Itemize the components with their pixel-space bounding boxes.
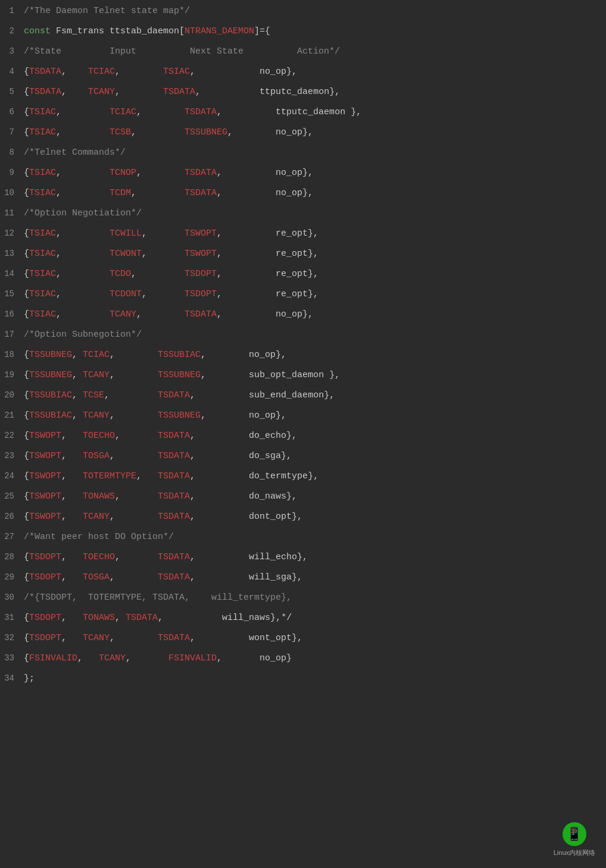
line-num-8: 8: [0, 148, 21, 157]
line-content-28: {TSDOPT, TOECHO, TSDATA, will_echo},: [21, 552, 606, 562]
code-line-20: 20 {TSSUBIAC, TCSE, TSDATA, sub_end_daem…: [0, 389, 606, 409]
line-content-24: {TSWOPT, TOTERMTYPE, TSDATA, do_termtype…: [21, 471, 606, 481]
line-content-5: {TSDATA, TCANY, TSDATA, ttputc_daemon},: [21, 87, 606, 97]
line-num-7: 7: [0, 127, 21, 137]
line-content-20: {TSSUBIAC, TCSE, TSDATA, sub_end_daemon}…: [21, 390, 606, 400]
code-line-7: 7 {TSIAC, TCSB, TSSUBNEG, no_op},: [0, 126, 606, 146]
line-num-25: 25: [0, 491, 21, 501]
code-line-30: 30 /*{TSDOPT, TOTERMTYPE, TSDATA, will_t…: [0, 591, 606, 612]
watermark-label: Linux内核网络: [554, 848, 595, 857]
line-num-14: 14: [0, 269, 21, 278]
line-num-2: 2: [0, 26, 21, 36]
line-content-17: /*Option Subnegotion*/: [21, 330, 606, 340]
line-num-31: 31: [0, 613, 21, 622]
line-num-13: 13: [0, 249, 21, 258]
code-line-24: 24 {TSWOPT, TOTERMTYPE, TSDATA, do_termt…: [0, 470, 606, 490]
line-content-3: /*State Input Next State Action*/: [21, 46, 606, 57]
line-num-19: 19: [0, 370, 21, 380]
code-line-15: 15 {TSIAC, TCDONT, TSDOPT, re_opt},: [0, 288, 606, 308]
line-num-26: 26: [0, 512, 21, 521]
code-line-9: 9 {TSIAC, TCNOP, TSDATA, no_op},: [0, 167, 606, 187]
line-num-6: 6: [0, 107, 21, 117]
line-num-3: 3: [0, 46, 21, 56]
line-content-2: const Fsm_trans ttstab_daemon[NTRANS_DAE…: [21, 26, 606, 36]
code-line-11: 11 /*Option Negotiation*/: [0, 207, 606, 227]
code-line-21: 21 {TSSUBIAC, TCANY, TSSUBNEG, no_op},: [0, 409, 606, 430]
code-container: 1 /*The Daemon Telnet state map*/ 2 cons…: [0, 0, 606, 697]
line-num-1: 1: [0, 6, 21, 15]
line-num-32: 32: [0, 633, 21, 643]
line-num-18: 18: [0, 350, 21, 359]
code-line-13: 13 {TSIAC, TCWONT, TSWOPT, re_opt},: [0, 247, 606, 268]
code-line-1: 1 /*The Daemon Telnet state map*/: [0, 5, 606, 25]
line-num-30: 30: [0, 593, 21, 602]
line-content-26: {TSWOPT, TCANY, TSDATA, dont_opt},: [21, 512, 606, 522]
code-line-12: 12 {TSIAC, TCWILL, TSWOPT, re_opt},: [0, 227, 606, 247]
line-num-11: 11: [0, 208, 21, 218]
code-line-19: 19 {TSSUBNEG, TCANY, TSSUBNEG, sub_opt_d…: [0, 369, 606, 389]
line-content-12: {TSIAC, TCWILL, TSWOPT, re_opt},: [21, 228, 606, 239]
line-content-27: /*Want peer host DO Option*/: [21, 532, 606, 542]
line-content-25: {TSWOPT, TONAWS, TSDATA, do_naws},: [21, 491, 606, 502]
line-content-21: {TSSUBIAC, TCANY, TSSUBNEG, no_op},: [21, 411, 606, 421]
line-num-5: 5: [0, 87, 21, 96]
code-line-16: 16 {TSIAC, TCANY, TSDATA, no_op},: [0, 308, 606, 328]
code-line-3: 3 /*State Input Next State Action*/: [0, 45, 606, 65]
code-line-17: 17 /*Option Subnegotion*/: [0, 328, 606, 349]
code-line-28: 28 {TSDOPT, TOECHO, TSDATA, will_echo},: [0, 551, 606, 571]
line-num-34: 34: [0, 673, 21, 683]
line-num-27: 27: [0, 532, 21, 541]
line-content-1: /*The Daemon Telnet state map*/: [21, 6, 606, 16]
watermark: 📱 Linux内核网络: [554, 822, 595, 857]
code-line-2: 2 const Fsm_trans ttstab_daemon[NTRANS_D…: [0, 25, 606, 45]
line-num-24: 24: [0, 471, 21, 481]
line-content-34: };: [21, 673, 606, 684]
code-line-25: 25 {TSWOPT, TONAWS, TSDATA, do_naws},: [0, 490, 606, 510]
line-num-23: 23: [0, 451, 21, 460]
line-num-15: 15: [0, 289, 21, 299]
line-content-33: {FSINVALID, TCANY, FSINVALID, no_op}: [21, 653, 606, 663]
code-line-33: 33 {FSINVALID, TCANY, FSINVALID, no_op}: [0, 652, 606, 672]
code-line-27: 27 /*Want peer host DO Option*/: [0, 531, 606, 551]
line-content-9: {TSIAC, TCNOP, TSDATA, no_op},: [21, 168, 606, 178]
line-content-16: {TSIAC, TCANY, TSDATA, no_op},: [21, 309, 606, 319]
line-num-28: 28: [0, 552, 21, 562]
line-content-31: {TSDOPT, TONAWS, TSDATA, will_naws},*/: [21, 613, 606, 623]
line-num-9: 9: [0, 168, 21, 177]
line-content-32: {TSDOPT, TCANY, TSDATA, wont_opt},: [21, 633, 606, 643]
line-content-8: /*Telnet Commands*/: [21, 148, 606, 158]
line-num-12: 12: [0, 228, 21, 238]
line-num-29: 29: [0, 572, 21, 582]
line-num-10: 10: [0, 188, 21, 198]
code-line-29: 29 {TSDOPT, TOSGA, TSDATA, will_sga},: [0, 571, 606, 591]
code-line-10: 10 {TSIAC, TCDM, TSDATA, no_op},: [0, 187, 606, 207]
code-line-32: 32 {TSDOPT, TCANY, TSDATA, wont_opt},: [0, 632, 606, 652]
line-num-17: 17: [0, 330, 21, 339]
line-num-21: 21: [0, 411, 21, 420]
line-content-4: {TSDATA, TCIAC, TSIAC, no_op},: [21, 67, 606, 77]
code-line-8: 8 /*Telnet Commands*/: [0, 146, 606, 167]
code-line-6: 6 {TSIAC, TCIAC, TSDATA, ttputc_daemon }…: [0, 106, 606, 126]
code-line-23: 23 {TSWOPT, TOSGA, TSDATA, do_sga},: [0, 450, 606, 470]
line-content-10: {TSIAC, TCDM, TSDATA, no_op},: [21, 188, 606, 198]
line-num-33: 33: [0, 653, 21, 663]
line-content-19: {TSSUBNEG, TCANY, TSSUBNEG, sub_opt_daem…: [21, 370, 606, 380]
code-line-14: 14 {TSIAC, TCDO, TSDOPT, re_opt},: [0, 268, 606, 288]
line-content-23: {TSWOPT, TOSGA, TSDATA, do_sga},: [21, 451, 606, 461]
line-num-22: 22: [0, 431, 21, 440]
line-content-30: /*{TSDOPT, TOTERMTYPE, TSDATA, will_term…: [21, 593, 606, 603]
code-line-18: 18 {TSSUBNEG, TCIAC, TSSUBIAC, no_op},: [0, 349, 606, 369]
code-line-26: 26 {TSWOPT, TCANY, TSDATA, dont_opt},: [0, 510, 606, 531]
line-content-18: {TSSUBNEG, TCIAC, TSSUBIAC, no_op},: [21, 350, 606, 360]
code-line-5: 5 {TSDATA, TCANY, TSDATA, ttputc_daemon}…: [0, 86, 606, 106]
line-content-15: {TSIAC, TCDONT, TSDOPT, re_opt},: [21, 289, 606, 299]
watermark-icon: 📱: [563, 822, 586, 846]
line-content-6: {TSIAC, TCIAC, TSDATA, ttputc_daemon },: [21, 107, 606, 117]
line-content-7: {TSIAC, TCSB, TSSUBNEG, no_op},: [21, 127, 606, 137]
line-content-11: /*Option Negotiation*/: [21, 208, 606, 218]
line-num-4: 4: [0, 67, 21, 76]
line-num-16: 16: [0, 309, 21, 319]
line-content-13: {TSIAC, TCWONT, TSWOPT, re_opt},: [21, 249, 606, 259]
code-line-4: 4 {TSDATA, TCIAC, TSIAC, no_op},: [0, 65, 606, 86]
code-line-34: 34 };: [0, 672, 606, 692]
